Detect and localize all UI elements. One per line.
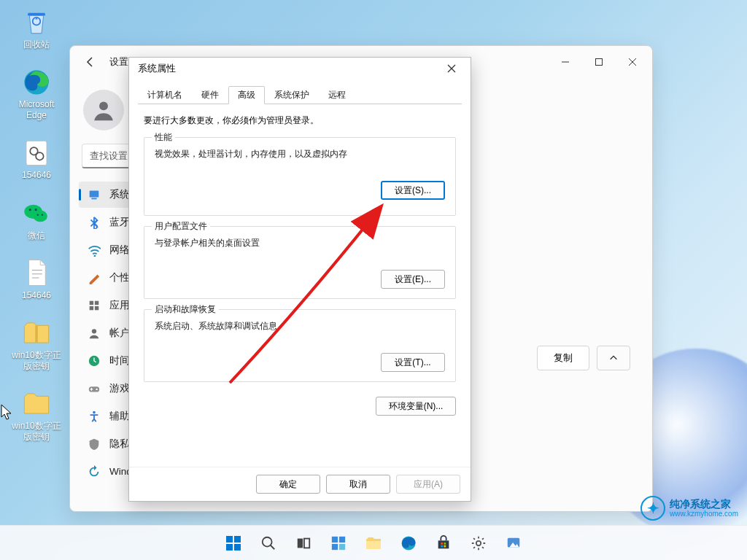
sysprop-titlebar: 系统属性 [129, 58, 471, 79]
sysprop-tabs: 计算机名硬件高级系统保护远程 [138, 85, 462, 104]
svg-rect-46 [441, 545, 443, 547]
watermark-logo-icon: ✦ [640, 496, 665, 521]
startup-recovery-group: 启动和故障恢复 系统启动、系统故障和调试信息 设置(T)... [144, 309, 456, 382]
svg-rect-30 [226, 536, 233, 542]
svg-line-35 [271, 545, 275, 549]
desktop-icon-label: 微信 [28, 230, 45, 241]
sidebar-item-label: 隐私 [109, 438, 130, 451]
taskbar-edge[interactable] [394, 529, 423, 558]
svg-rect-32 [226, 544, 233, 551]
accessibility-icon [88, 410, 101, 423]
taskbar-widgets[interactable] [324, 529, 353, 558]
desktop-icon-zip-folder[interactable]: win10数字正 版密钥 [7, 316, 66, 371]
personalize-icon [88, 271, 101, 284]
taskbar-settings[interactable] [464, 529, 493, 558]
sysprop-tab-计算机名[interactable]: 计算机名 [138, 86, 192, 104]
sysprop-footer: 确定 取消 应用(A) [129, 467, 471, 501]
desktop-icon-recycle-bin[interactable]: 回收站 [7, 6, 66, 50]
window-close[interactable] [616, 50, 649, 74]
sidebar-item-label: 游戏 [109, 382, 130, 395]
performance-group-title: 性能 [152, 131, 175, 144]
performance-desc: 视觉效果，处理器计划，内存使用，以及虚拟内存 [155, 148, 445, 160]
svg-rect-22 [95, 301, 98, 305]
desktop-icon-edge[interactable]: Microsoft Edge [7, 66, 66, 120]
svg-point-48 [476, 540, 481, 545]
taskbar-search[interactable] [254, 529, 283, 558]
desktop-icon-wechat[interactable]: 微信 [7, 197, 66, 241]
folder-icon [20, 387, 53, 419]
desktop-icon-folder[interactable]: win10数字正 版密钥 [7, 387, 66, 442]
taskbar-start[interactable] [219, 529, 248, 558]
desktop-icon-label: win10数字正 版密钥 [12, 350, 61, 371]
desktop-icon-label: 154646 [22, 170, 51, 180]
svg-point-8 [35, 209, 37, 211]
watermark-en: www.kzmyhome.com [670, 510, 738, 518]
user-profiles-settings-button[interactable]: 设置(E)... [381, 270, 445, 289]
bluetooth-icon [88, 216, 101, 229]
svg-rect-24 [95, 306, 98, 310]
svg-point-6 [34, 210, 47, 222]
cancel-button[interactable]: 取消 [326, 475, 390, 494]
performance-settings-button[interactable]: 设置(S)... [381, 181, 445, 200]
gaming-icon [88, 382, 101, 395]
apply-button[interactable]: 应用(A) [396, 475, 460, 494]
ok-button[interactable]: 确定 [256, 475, 320, 494]
sidebar-item-label: 系统 [109, 188, 130, 201]
sidebar-item-label: 应用 [109, 299, 130, 312]
sidebar-item-label: 时间 [109, 354, 130, 368]
sysprop-title: 系统属性 [138, 63, 176, 75]
sidebar-item-label: 网络 [109, 244, 130, 257]
sysprop-close[interactable] [437, 59, 466, 78]
svg-point-29 [93, 411, 96, 414]
taskbar-explorer[interactable] [359, 529, 388, 558]
settings-title: 设置 [109, 55, 128, 69]
taskbar-store[interactable] [429, 529, 458, 558]
svg-point-9 [37, 214, 39, 215]
text-file-icon [20, 257, 53, 289]
system-icon [88, 188, 101, 201]
svg-point-34 [263, 537, 272, 546]
performance-group: 性能 视觉效果，处理器计划，内存使用，以及虚拟内存 设置(S)... [144, 137, 456, 216]
watermark-cn: 纯净系统之家 [670, 499, 738, 510]
startup-recovery-desc: 系统启动、系统故障和调试信息 [155, 320, 445, 332]
desktop-icon-settings-file[interactable]: 154646 [7, 136, 66, 180]
taskbar-snip[interactable] [499, 529, 528, 558]
window-minimize[interactable] [549, 50, 582, 74]
svg-rect-18 [90, 191, 99, 198]
user-profiles-group: 用户配置文件 与登录帐户相关的桌面设置 设置(E)... [144, 226, 456, 299]
svg-rect-31 [234, 536, 241, 542]
sysprop-tab-高级[interactable]: 高级 [228, 86, 265, 104]
svg-point-17 [99, 101, 108, 110]
svg-rect-39 [339, 536, 345, 542]
sysprop-tab-远程[interactable]: 远程 [319, 86, 355, 104]
sysprop-tab-系统保护[interactable]: 系统保护 [265, 86, 319, 104]
svg-point-20 [94, 255, 96, 257]
svg-point-25 [92, 329, 96, 333]
wifi-icon [88, 244, 101, 257]
desktop-icons: 回收站 Microsoft Edge 154646 微信 154646 win1… [7, 6, 66, 458]
taskbar [0, 525, 747, 560]
desktop-icon-label: Microsoft Edge [19, 99, 55, 120]
sysprop-tab-硬件[interactable]: 硬件 [192, 86, 228, 104]
wechat-icon [20, 197, 53, 229]
back-button[interactable] [79, 50, 102, 74]
startup-recovery-settings-button[interactable]: 设置(T)... [381, 353, 445, 372]
account-icon [88, 327, 101, 340]
environment-variables-button[interactable]: 环境变量(N)... [376, 397, 456, 416]
update-icon [88, 465, 101, 478]
startup-recovery-title: 启动和故障恢复 [152, 303, 219, 316]
apps-icon [88, 299, 101, 312]
svg-rect-47 [444, 545, 446, 547]
desktop-icon-text-file[interactable]: 154646 [7, 257, 66, 300]
svg-rect-23 [90, 306, 93, 310]
svg-point-10 [42, 214, 43, 215]
window-maximize[interactable] [582, 50, 616, 74]
taskbar-taskview[interactable] [289, 529, 318, 558]
copy-button[interactable]: 复制 [537, 346, 589, 370]
svg-rect-37 [304, 538, 309, 548]
recycle-bin-icon [20, 6, 53, 38]
expand-button[interactable] [597, 346, 630, 370]
svg-rect-36 [298, 538, 303, 548]
svg-point-28 [96, 389, 97, 390]
svg-rect-19 [91, 198, 96, 200]
